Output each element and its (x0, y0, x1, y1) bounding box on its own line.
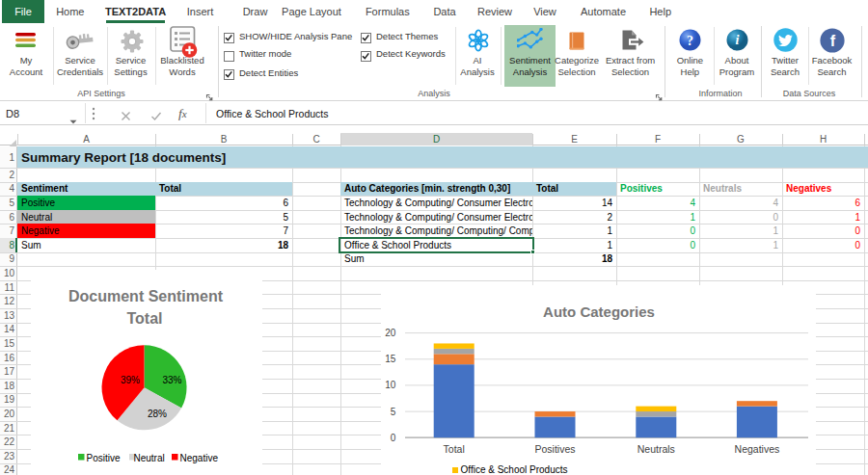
svg-text:Negative: Negative (180, 453, 219, 463)
svg-text:33%: 33% (162, 375, 181, 385)
svg-text:20: 20 (385, 328, 396, 338)
svg-text:?: ? (687, 34, 693, 48)
svg-text:Total: Total (126, 310, 162, 327)
svg-text:39%: 39% (121, 375, 140, 385)
svg-text:Negatives: Negatives (735, 443, 780, 455)
svg-text:15: 15 (385, 354, 396, 364)
svg-text:10: 10 (385, 380, 396, 390)
svg-text:28%: 28% (148, 409, 167, 419)
svg-text:Document Sentiment: Document Sentiment (68, 288, 224, 304)
svg-text:Office & School Products: Office & School Products (461, 464, 568, 475)
svg-text:i: i (736, 33, 740, 47)
svg-text:5: 5 (391, 407, 396, 417)
svg-text:Neutral: Neutral (134, 453, 165, 463)
svg-text:0: 0 (391, 433, 396, 443)
svg-text:Positive: Positive (87, 453, 121, 463)
svg-text:f: f (830, 33, 836, 49)
svg-text:Total: Total (444, 443, 465, 455)
svg-text:Neutrals: Neutrals (637, 443, 675, 455)
svg-text:Positives: Positives (534, 443, 575, 455)
svg-text:Auto Categories: Auto Categories (543, 303, 655, 320)
